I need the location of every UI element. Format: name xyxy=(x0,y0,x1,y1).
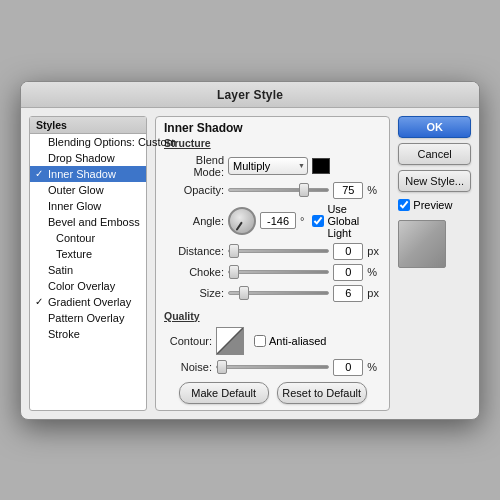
layer-style-dialog: Layer Style Styles Blending Options: Cus… xyxy=(20,81,480,420)
make-default-button[interactable]: Make Default xyxy=(179,382,269,404)
sidebar-item-gradient-overlay[interactable]: Gradient Overlay xyxy=(30,294,146,310)
noise-row: Noise: % xyxy=(156,357,389,378)
choke-input[interactable] xyxy=(333,264,363,281)
sidebar-item-inner-shadow[interactable]: Inner Shadow xyxy=(30,166,146,182)
angle-row: Angle: ° Use Global Light xyxy=(156,201,389,241)
angle-deg: ° xyxy=(300,215,304,227)
noise-slider[interactable] xyxy=(216,360,329,374)
sidebar-item-satin[interactable]: Satin xyxy=(30,262,146,278)
angle-dial[interactable] xyxy=(228,207,256,235)
distance-row: Distance: px xyxy=(156,241,389,262)
size-slider[interactable] xyxy=(228,286,329,300)
sidebar-item-inner-glow[interactable]: Inner Glow xyxy=(30,198,146,214)
distance-unit: px xyxy=(367,245,381,257)
distance-slider[interactable] xyxy=(228,244,329,258)
distance-track xyxy=(228,249,329,253)
sidebar-item-stroke[interactable]: Stroke xyxy=(30,326,146,342)
choke-track xyxy=(228,270,329,274)
anti-aliased-label: Anti-aliased xyxy=(269,335,326,347)
anti-aliased-row: Anti-aliased xyxy=(254,335,326,347)
noise-unit: % xyxy=(367,361,381,373)
panel-title: Inner Shadow xyxy=(164,121,243,135)
sidebar-item-pattern-overlay[interactable]: Pattern Overlay xyxy=(30,310,146,326)
choke-slider[interactable] xyxy=(228,265,329,279)
opacity-input[interactable] xyxy=(333,182,363,199)
size-unit: px xyxy=(367,287,381,299)
choke-unit: % xyxy=(367,266,381,278)
preview-swatch xyxy=(398,220,446,268)
sidebar-item-blending-options[interactable]: Blending Options: Custom xyxy=(30,134,146,150)
cancel-button[interactable]: Cancel xyxy=(398,143,471,165)
reset-to-default-button[interactable]: Reset to Default xyxy=(277,382,367,404)
contour-thumbnail[interactable] xyxy=(216,327,244,355)
inner-shadow-panel: Inner Shadow Structure Blend Mode: Multi… xyxy=(155,116,390,411)
bottom-buttons: Make Default Reset to Default xyxy=(156,382,389,404)
size-row: Size: px xyxy=(156,283,389,304)
opacity-unit: % xyxy=(367,184,381,196)
right-column: OK Cancel New Style... Preview xyxy=(398,116,471,411)
dialog-title: Layer Style xyxy=(21,82,479,108)
use-global-light-checkbox[interactable] xyxy=(312,215,324,227)
sidebar-item-contour[interactable]: Contour xyxy=(30,230,146,246)
contour-label: Contour: xyxy=(164,335,212,347)
sidebar-item-texture[interactable]: Texture xyxy=(30,246,146,262)
size-input[interactable] xyxy=(333,285,363,302)
blend-mode-select-wrap[interactable]: Multiply xyxy=(228,157,308,175)
size-track xyxy=(228,291,329,295)
size-thumb[interactable] xyxy=(239,286,249,300)
contour-row: Contour: Anti-aliased xyxy=(156,325,389,357)
opacity-row: Opacity: % xyxy=(156,180,389,201)
color-swatch[interactable] xyxy=(312,158,330,174)
blend-mode-label: Blend Mode: xyxy=(164,154,224,178)
preview-checkbox[interactable] xyxy=(398,199,410,211)
preview-row: Preview xyxy=(398,199,471,211)
sidebar-item-drop-shadow[interactable]: Drop Shadow xyxy=(30,150,146,166)
quality-section: Quality xyxy=(156,308,389,325)
styles-sidebar: Styles Blending Options: Custom Drop Sha… xyxy=(29,116,147,411)
opacity-thumb[interactable] xyxy=(299,183,309,197)
structure-section: Structure xyxy=(156,135,389,152)
new-style-button[interactable]: New Style... xyxy=(398,170,471,192)
sidebar-item-bevel-emboss[interactable]: Bevel and Emboss xyxy=(30,214,146,230)
opacity-slider[interactable] xyxy=(228,183,329,197)
sidebar-item-outer-glow[interactable]: Outer Glow xyxy=(30,182,146,198)
distance-label: Distance: xyxy=(164,245,224,257)
use-global-light-row: Use Global Light xyxy=(312,203,381,239)
preview-label: Preview xyxy=(413,199,452,211)
angle-input[interactable] xyxy=(260,212,296,229)
choke-label: Choke: xyxy=(164,266,224,278)
size-label: Size: xyxy=(164,287,224,299)
blend-mode-row: Blend Mode: Multiply xyxy=(156,152,389,180)
angle-label: Angle: xyxy=(164,215,224,227)
anti-aliased-checkbox[interactable] xyxy=(254,335,266,347)
noise-input[interactable] xyxy=(333,359,363,376)
distance-thumb[interactable] xyxy=(229,244,239,258)
noise-track xyxy=(216,365,329,369)
distance-input[interactable] xyxy=(333,243,363,260)
noise-thumb[interactable] xyxy=(217,360,227,374)
ok-button[interactable]: OK xyxy=(398,116,471,138)
opacity-label: Opacity: xyxy=(164,184,224,196)
opacity-track xyxy=(228,188,329,192)
main-content: Inner Shadow Structure Blend Mode: Multi… xyxy=(155,116,390,411)
choke-thumb[interactable] xyxy=(229,265,239,279)
blend-mode-select[interactable]: Multiply xyxy=(228,157,308,175)
choke-row: Choke: % xyxy=(156,262,389,283)
noise-label: Noise: xyxy=(164,361,212,373)
sidebar-header: Styles xyxy=(30,117,146,134)
use-global-light-label: Use Global Light xyxy=(327,203,381,239)
sidebar-item-color-overlay[interactable]: Color Overlay xyxy=(30,278,146,294)
